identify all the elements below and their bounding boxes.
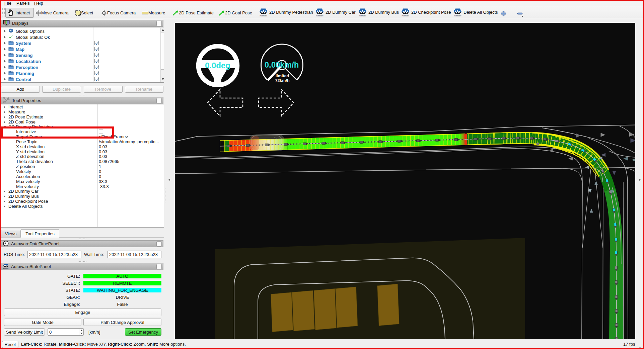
- svg-text:/Autoware: /Autoware: [260, 14, 267, 16]
- svg-text:/Autoware: /Autoware: [454, 14, 461, 16]
- svg-text:limited: limited: [276, 74, 289, 78]
- svg-text:/Autoware: /Autoware: [359, 14, 366, 16]
- svg-text:Autoware: Autoware: [3, 267, 9, 269]
- svg-text:/Autoware: /Autoware: [402, 14, 409, 16]
- svg-text:72km/h: 72km/h: [275, 78, 289, 83]
- svg-text:0.00km/h: 0.00km/h: [265, 60, 299, 69]
- svg-text:/Autoware: /Autoware: [316, 14, 324, 16]
- svg-text:0.0deg: 0.0deg: [205, 61, 230, 70]
